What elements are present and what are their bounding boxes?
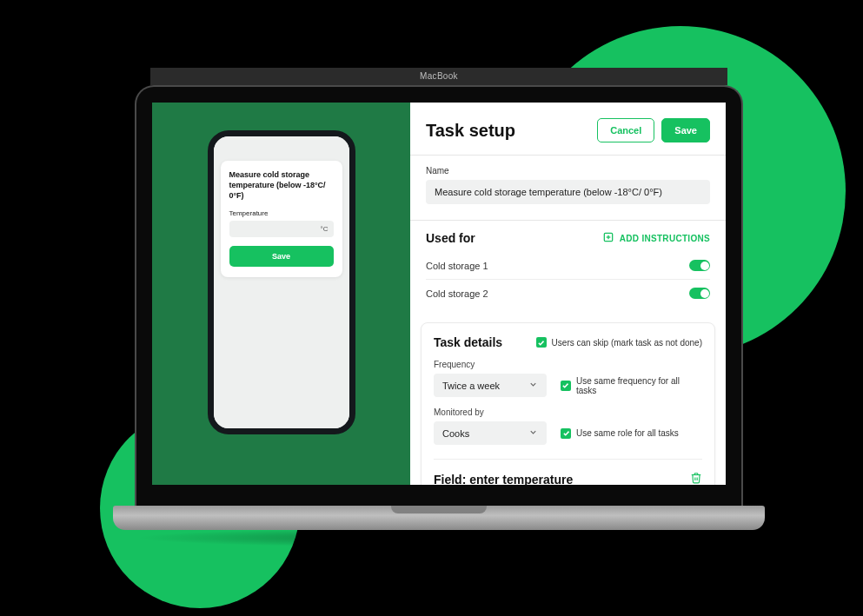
add-instructions-label: ADD INSTRUCTIONS [620, 234, 710, 243]
used-for-title: Used for [426, 231, 475, 245]
storage-toggle[interactable] [689, 288, 710, 299]
name-label: Name [426, 166, 710, 176]
task-details-title: Task details [434, 335, 502, 349]
phone-save-button[interactable]: Save [229, 246, 334, 267]
setup-panel: Task setup Cancel Save Name [410, 103, 726, 485]
monitored-by-select[interactable]: Cooks [434, 421, 547, 445]
storage-name: Cold storage 2 [426, 288, 488, 299]
preview-panel: Measure cold storage temperature (below … [152, 103, 410, 485]
monitored-by-label: Monitored by [434, 407, 702, 417]
storage-row: Cold storage 1 [426, 252, 710, 279]
same-frequency-label: Use same frequency for all tasks [576, 376, 702, 395]
skip-checkbox-label: Users can skip (mark task as not done) [552, 338, 702, 348]
storage-name: Cold storage 1 [426, 261, 488, 271]
storage-row: Cold storage 2 [426, 279, 710, 307]
delete-field-button[interactable] [690, 472, 702, 485]
temperature-label: Temperature [229, 209, 334, 217]
laptop-mockup: Measure cold storage temperature (below … [113, 85, 765, 547]
task-card: Measure cold storage temperature (below … [221, 161, 342, 277]
frequency-select[interactable]: Twice a week [434, 374, 547, 397]
same-frequency-checkbox[interactable] [561, 381, 571, 391]
laptop-brand: MacBook [150, 68, 727, 85]
task-card-title: Measure cold storage temperature (below … [229, 169, 334, 201]
frequency-label: Frequency [434, 360, 702, 369]
task-details-card: Task details Users can skip (mark task a… [421, 322, 715, 485]
cancel-button[interactable]: Cancel [597, 118, 654, 142]
temperature-input[interactable]: °C [229, 221, 334, 237]
same-role-label: Use same role for all tasks [576, 428, 679, 438]
trash-icon [690, 472, 702, 485]
same-role-checkbox[interactable] [561, 428, 571, 439]
laptop-base [113, 506, 765, 530]
add-instructions-button[interactable]: ADD INSTRUCTIONS [602, 231, 710, 245]
skip-checkbox[interactable] [536, 337, 547, 348]
chevron-down-icon [528, 380, 538, 391]
storage-toggle[interactable] [689, 260, 710, 271]
phone-mockup: Measure cold storage temperature (below … [208, 130, 355, 434]
field-title: Field: enter temperature [434, 473, 573, 485]
chevron-down-icon [528, 427, 538, 439]
save-button[interactable]: Save [661, 118, 710, 142]
page-title: Task setup [426, 121, 515, 141]
add-instructions-icon [602, 231, 614, 245]
name-input[interactable] [426, 180, 710, 204]
